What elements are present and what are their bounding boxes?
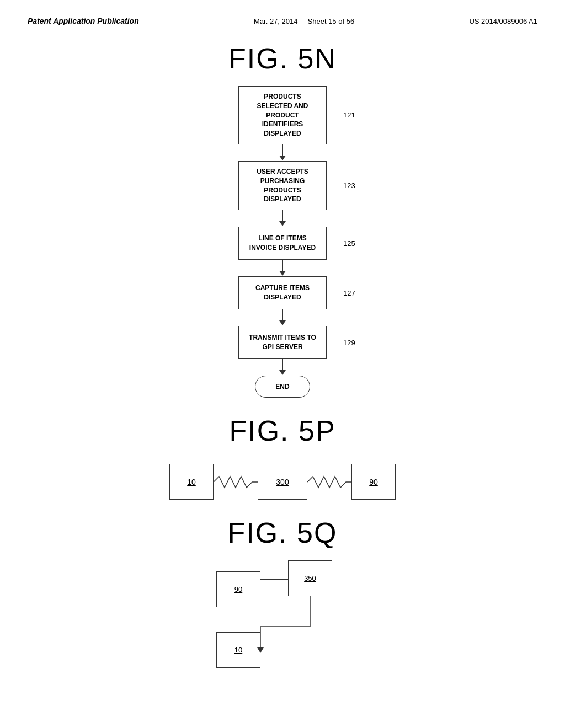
flow-box-123: USER ACCEPTS PURCHASING PRODUCTS DISPLAY… (238, 161, 327, 210)
fig5p-box-90: 90 (351, 464, 396, 500)
flow-box-127: CAPTURE ITEMS DISPLAYED (238, 276, 327, 309)
fig5q-diagram-container: 90 350 10 (28, 560, 537, 687)
fig5p-box-300: 300 (258, 464, 307, 500)
arrow-shaft-5 (282, 359, 283, 370)
flow-step-121: PRODUCTS SELECTED AND PRODUCT IDENTIFIER… (238, 86, 327, 144)
flow-step-123: USER ACCEPTS PURCHASING PRODUCTS DISPLAY… (238, 161, 327, 210)
patent-header-date: Mar. 27, 2014 Sheet 15 of 56 (254, 17, 354, 25)
arrow-shaft-2 (282, 210, 283, 221)
arrow-head-5 (279, 370, 286, 375)
fig5q-box-350: 350 (288, 560, 332, 596)
flow-step-125: LINE OF ITEMS INVOICE DISPLAYED 125 (238, 227, 327, 260)
arrow-3 (279, 260, 286, 276)
fig5q-box-10: 10 (216, 632, 260, 668)
fig5p-diagram: 10 300 90 (169, 464, 396, 500)
arrow-head-4 (279, 320, 286, 325)
fig5p-label: FIG. 5P (28, 414, 537, 447)
flow-label-121: 121 (343, 111, 355, 119)
arrow-2 (279, 210, 286, 227)
arrow-1 (279, 144, 286, 161)
fig5q-diagram: 90 350 10 (205, 560, 360, 687)
arrow-shaft-4 (282, 309, 283, 320)
flow-step-127: CAPTURE ITEMS DISPLAYED 127 (238, 276, 327, 309)
arrow-head-2 (279, 221, 286, 226)
arrow-head-1 (279, 156, 286, 160)
flow-step-129: TRANSMIT ITEMS TO GPI SERVER 129 (238, 326, 327, 359)
zigzag-left-svg (214, 474, 258, 490)
flow-box-125: LINE OF ITEMS INVOICE DISPLAYED (238, 227, 327, 260)
fig5p-zigzag-right (307, 474, 351, 490)
flow-box-121: PRODUCTS SELECTED AND PRODUCT IDENTIFIER… (238, 86, 327, 144)
fig5q-box-90: 90 (216, 571, 260, 607)
arrow-head-3 (279, 271, 286, 276)
arrow-shaft-3 (282, 260, 283, 271)
arrow-shaft-1 (282, 144, 283, 156)
fig5n-label: FIG. 5N (28, 42, 537, 75)
fig5n-flowchart: PRODUCTS SELECTED AND PRODUCT IDENTIFIER… (28, 86, 537, 398)
fig5q-label: FIG. 5Q (28, 516, 537, 549)
arrow-5 (279, 359, 286, 376)
patent-header-number: US 2014/0089006 A1 (469, 17, 537, 25)
flow-label-125: 125 (343, 239, 355, 248)
page-header: Patent Application Publication Mar. 27, … (28, 17, 537, 25)
fig5p-diagram-container: 10 300 90 (28, 464, 537, 500)
flow-label-123: 123 (343, 181, 355, 190)
flow-label-129: 129 (343, 339, 355, 347)
flow-oval-end: END (255, 376, 310, 398)
fig5p-box-10: 10 (169, 464, 214, 500)
flow-box-129: TRANSMIT ITEMS TO GPI SERVER (238, 326, 327, 359)
flow-step-end: END (255, 376, 310, 398)
zigzag-right-svg (307, 474, 351, 490)
page: Patent Application Publication Mar. 27, … (0, 0, 565, 728)
connector-90-350 (260, 579, 288, 580)
flow-label-127: 127 (343, 289, 355, 297)
patent-header-title: Patent Application Publication (28, 17, 139, 25)
arrow-4 (279, 309, 286, 326)
fig5p-zigzag-left (214, 474, 258, 490)
